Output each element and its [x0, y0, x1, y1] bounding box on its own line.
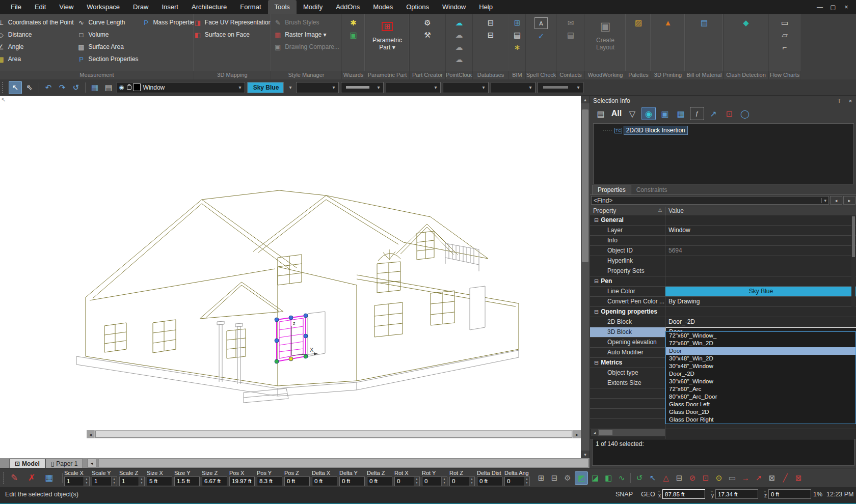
field-input[interactable]: 0 ft [284, 477, 310, 486]
copy-back-icon[interactable]: ↗ [753, 472, 765, 484]
ribbon-item-distance[interactable]: ◇Distance [0, 29, 74, 41]
layer-lock-icon[interactable] [127, 86, 131, 90]
pin-icon[interactable]: ⊤ [836, 98, 843, 104]
brush-style-dropdown[interactable]: ▾ [386, 82, 441, 93]
field-input[interactable]: 0 ft [367, 477, 392, 486]
pen-style-dropdown[interactable]: ▾ [296, 82, 339, 93]
scroll-down-icon[interactable]: ▾ [581, 451, 590, 458]
property-row-line-color[interactable]: Line ColorSky Blue [590, 287, 856, 297]
wrench-icon[interactable]: ⚒ [421, 30, 434, 40]
tree-item-label[interactable]: 2D/3D Block Insertion [624, 126, 688, 135]
ribbon-item-section-properties[interactable]: PSection Properties [77, 53, 139, 65]
edge-select-icon[interactable]: ╱ [779, 472, 791, 484]
menu-item-options[interactable]: Options [399, 0, 436, 14]
dropdown-item-72-x60-win-2d[interactable]: 72"x60"_Win_2D [666, 340, 855, 347]
select-marker-icon[interactable]: ⊡ [723, 107, 736, 120]
dropdown-item-72-x60-window[interactable]: 72"x60"_Window_ [666, 332, 855, 340]
palette-icon[interactable]: ▨ [632, 17, 645, 28]
field-input[interactable]: 1▴▾ [119, 477, 145, 486]
print-style-icon[interactable]: ▤ [102, 81, 115, 94]
pen-width-dropdown[interactable]: ▾ [341, 82, 384, 93]
parametric-part-button[interactable]: ⊞ Parametric Part ▾ [367, 16, 407, 51]
tree-item-block-insertion[interactable]: ····· TC 2D/3D Block Insertion [603, 126, 853, 135]
select-cursor-icon[interactable]: ↖ [9, 81, 22, 94]
properties-form-icon[interactable]: ▤ [594, 107, 607, 120]
selection-table-icon[interactable]: ▦ [674, 107, 687, 120]
copy-forward-icon[interactable]: → [739, 472, 752, 484]
field-input[interactable]: 0▴▾ [394, 477, 420, 486]
property-value[interactable]: Door_-2D [665, 317, 856, 327]
field-input[interactable]: 8.3 ft [257, 477, 282, 486]
node-select-icon[interactable]: ⊙ [713, 472, 725, 484]
field-input[interactable]: 0▴▾ [422, 477, 447, 486]
selection-info-table-icon[interactable]: ▦ [42, 472, 56, 484]
selection-warning-icon[interactable]: △ [660, 472, 672, 484]
layer-visibility-icon[interactable]: ◉ [119, 84, 124, 91]
column-header-property[interactable]: Property△ [590, 207, 665, 215]
find-input[interactable]: <Find> ▾ [591, 196, 829, 205]
bom-document-icon[interactable]: ▤ [698, 17, 710, 28]
select-crossing-icon[interactable]: ◧ [602, 472, 614, 484]
pack-group-icon[interactable]: ⊞ [535, 472, 547, 484]
property-row-object-id[interactable]: Object ID5694 [590, 246, 856, 256]
dropdown-item-door[interactable]: Door [666, 347, 855, 355]
collapse-icon[interactable]: ⊟ [594, 309, 599, 315]
field-input[interactable]: 1▴▾ [92, 477, 117, 486]
spinner-control[interactable]: ▴▾ [524, 477, 529, 486]
menu-item-help[interactable]: Help [472, 0, 499, 14]
toolbar-grip[interactable] [3, 472, 7, 484]
canvas-horizontal-scrollbar[interactable]: ◂ ▸ [87, 430, 581, 438]
property-value[interactable] [665, 256, 856, 266]
text-style-dropdown[interactable]: ▾ [538, 82, 583, 93]
menu-item-view[interactable]: View [52, 0, 80, 14]
dropdown-item-72-x60-arc[interactable]: 72"x60"_Arc [666, 385, 855, 393]
canvas-vertical-scrollbar[interactable]: ▴ ▾ [581, 96, 590, 458]
menu-item-modes[interactable]: Modes [366, 0, 399, 14]
brush-color-dropdown[interactable]: ▾ [443, 82, 489, 93]
dropdown-item-glass-door-2d[interactable]: Glass Door_2D [666, 408, 855, 416]
field-input[interactable]: 0▴▾ [449, 477, 475, 486]
bim-sheet-icon[interactable]: ▤ [511, 30, 523, 40]
sheet-tab-scroll-left[interactable]: ◂ [87, 459, 96, 467]
grid-horizontal-scrollbar[interactable]: ◂ [591, 429, 665, 436]
field-input[interactable]: 5 ft [147, 477, 172, 486]
highlight-selection-icon[interactable]: ◉ [641, 107, 656, 120]
zoom-selection-icon[interactable]: ◯ [738, 107, 752, 120]
sheet-tab-paper-1[interactable]: ▯Paper 1 [45, 459, 84, 468]
wizard-image-icon[interactable]: ▣ [347, 30, 360, 40]
spinner-control[interactable]: ▴▾ [84, 477, 89, 486]
clash-cube-icon[interactable]: ◆ [740, 17, 752, 28]
printer-3d-icon[interactable]: ▲ [662, 17, 674, 28]
transform-4pt-icon[interactable]: ▭ [726, 472, 738, 484]
chevron-down-icon[interactable]: ▾ [236, 85, 244, 90]
ribbon-item-face-uv-representation[interactable]: ◨Face UV Representation [194, 16, 271, 29]
menu-item-workspace[interactable]: Workspace [80, 0, 126, 14]
ribbon-item-raster-image[interactable]: ▦Raster Image ▾ [273, 29, 339, 41]
measure-vector-icon[interactable]: ↗ [707, 107, 720, 120]
property-row-2d-block[interactable]: 2D BlockDoor_-2D [590, 317, 856, 327]
ribbon-item-surface-area[interactable]: ▦Surface Area [77, 41, 139, 53]
menu-item-edit[interactable]: Edit [28, 0, 52, 14]
field-input[interactable]: 19.97 ft [229, 477, 255, 486]
bim-export-icon[interactable]: ⊞ [511, 17, 523, 28]
property-value[interactable] [665, 266, 856, 276]
property-row-opening-properties[interactable]: ⊟Opening properties [590, 307, 856, 317]
find-next-button[interactable]: ▸ [843, 196, 855, 205]
undo-icon[interactable]: ↶ [42, 81, 55, 94]
dropdown-item-glass-door-right[interactable]: Glass Door Right [666, 416, 855, 424]
dropdown-item-30-x60-window[interactable]: 30"x60"_Window [666, 378, 855, 385]
clear-selection-icon[interactable]: ⊠ [792, 472, 805, 484]
database-edit-icon[interactable]: ⊟ [485, 17, 497, 28]
property-row-layer[interactable]: LayerWindow [590, 226, 856, 236]
edit-node-icon[interactable]: ⇖ [23, 81, 36, 94]
dropdown-item-30-x48-window[interactable]: 30"x48"_Window [666, 362, 855, 370]
vertical-scroll-thumb[interactable] [582, 109, 588, 262]
field-input[interactable]: 0▴▾ [504, 477, 530, 486]
mail-icon[interactable]: ✉ [565, 17, 577, 28]
unpack-group-icon[interactable]: ⊟ [548, 472, 560, 484]
pen-color-caret[interactable]: ▾ [286, 82, 294, 93]
field-input[interactable]: 0 ft [339, 477, 365, 486]
pattern-dropdown[interactable]: ▾ [491, 82, 536, 93]
property-value[interactable]: Window [665, 226, 856, 235]
cancel-icon[interactable]: ✗ [25, 472, 38, 484]
